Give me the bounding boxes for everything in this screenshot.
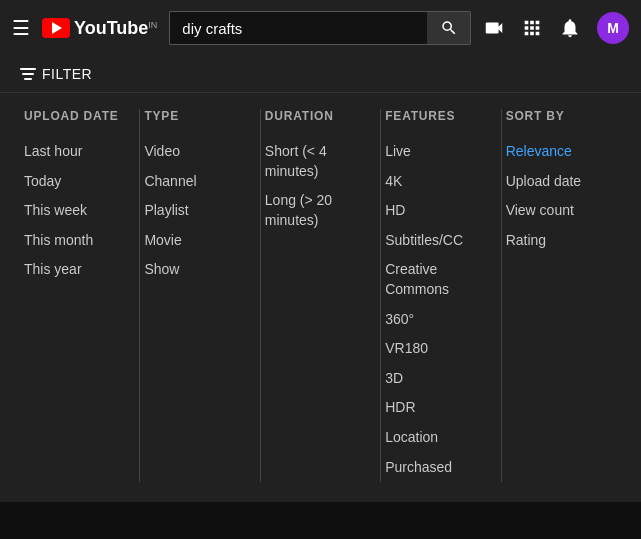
add-video-icon[interactable] xyxy=(483,17,505,39)
filter-label: FILTER xyxy=(42,66,92,82)
filter-playlist[interactable]: Playlist xyxy=(144,196,239,226)
upload-date-column: UPLOAD DATE Last hour Today This week Th… xyxy=(20,109,140,482)
search-bar xyxy=(169,11,471,45)
filter-long[interactable]: Long (> 20 minutes) xyxy=(265,186,360,235)
filter-purchased[interactable]: Purchased xyxy=(385,453,480,483)
navbar-right: M xyxy=(483,12,629,44)
duration-header: DURATION xyxy=(265,109,360,123)
filter-this-week[interactable]: This week xyxy=(24,196,119,226)
search-input[interactable] xyxy=(169,11,427,45)
navbar: ☰ YouTubeIN xyxy=(0,0,641,56)
filter-toggle[interactable]: FILTER xyxy=(20,66,92,82)
filter-last-hour[interactable]: Last hour xyxy=(24,137,119,167)
sort-by-header: SORT BY xyxy=(506,109,601,123)
filter-icon xyxy=(20,68,36,80)
type-header: TYPE xyxy=(144,109,239,123)
filter-3d[interactable]: 3D xyxy=(385,364,480,394)
filter-creative-commons[interactable]: Creative Commons xyxy=(385,255,480,304)
navbar-left: ☰ YouTubeIN xyxy=(12,16,157,40)
upload-date-header: UPLOAD DATE xyxy=(24,109,119,123)
filter-today[interactable]: Today xyxy=(24,167,119,197)
filter-location[interactable]: Location xyxy=(385,423,480,453)
filter-line-2 xyxy=(22,73,34,75)
features-column: FEATURES Live 4K HD Subtitles/CC Creativ… xyxy=(381,109,501,482)
filter-this-month[interactable]: This month xyxy=(24,226,119,256)
filter-hd[interactable]: HD xyxy=(385,196,480,226)
filter-line-3 xyxy=(24,78,32,80)
youtube-text: YouTubeIN xyxy=(74,18,157,39)
avatar[interactable]: M xyxy=(597,12,629,44)
filter-subtitles[interactable]: Subtitles/CC xyxy=(385,226,480,256)
filter-view-count[interactable]: View count xyxy=(506,196,601,226)
youtube-logo[interactable]: YouTubeIN xyxy=(42,18,157,39)
filter-hdr[interactable]: HDR xyxy=(385,393,480,423)
filter-rating[interactable]: Rating xyxy=(506,226,601,256)
filter-channel[interactable]: Channel xyxy=(144,167,239,197)
country-code: IN xyxy=(148,20,157,30)
sort-by-column: SORT BY Relevance Upload date View count… xyxy=(502,109,621,482)
search-icon xyxy=(440,19,458,37)
filter-upload-date[interactable]: Upload date xyxy=(506,167,601,197)
filter-content: UPLOAD DATE Last hour Today This week Th… xyxy=(0,93,641,502)
filter-live[interactable]: Live xyxy=(385,137,480,167)
duration-column: DURATION Short (< 4 minutes) Long (> 20 … xyxy=(261,109,381,482)
filter-show[interactable]: Show xyxy=(144,255,239,285)
type-column: TYPE Video Channel Playlist Movie Show xyxy=(140,109,260,482)
filter-this-year[interactable]: This year xyxy=(24,255,119,285)
filter-line-1 xyxy=(20,68,36,70)
notifications-icon[interactable] xyxy=(559,17,581,39)
play-triangle xyxy=(52,22,62,34)
filter-4k[interactable]: 4K xyxy=(385,167,480,197)
features-header: FEATURES xyxy=(385,109,480,123)
search-button[interactable] xyxy=(427,11,471,45)
apps-icon[interactable] xyxy=(521,17,543,39)
filter-vr180[interactable]: VR180 xyxy=(385,334,480,364)
filter-relevance[interactable]: Relevance xyxy=(506,137,601,167)
filter-360[interactable]: 360° xyxy=(385,305,480,335)
svg-rect-1 xyxy=(489,28,496,30)
filter-video[interactable]: Video xyxy=(144,137,239,167)
hamburger-icon[interactable]: ☰ xyxy=(12,16,30,40)
filter-movie[interactable]: Movie xyxy=(144,226,239,256)
youtube-play-icon xyxy=(42,18,70,38)
filter-bar: FILTER xyxy=(0,56,641,93)
filter-short[interactable]: Short (< 4 minutes) xyxy=(265,137,360,186)
